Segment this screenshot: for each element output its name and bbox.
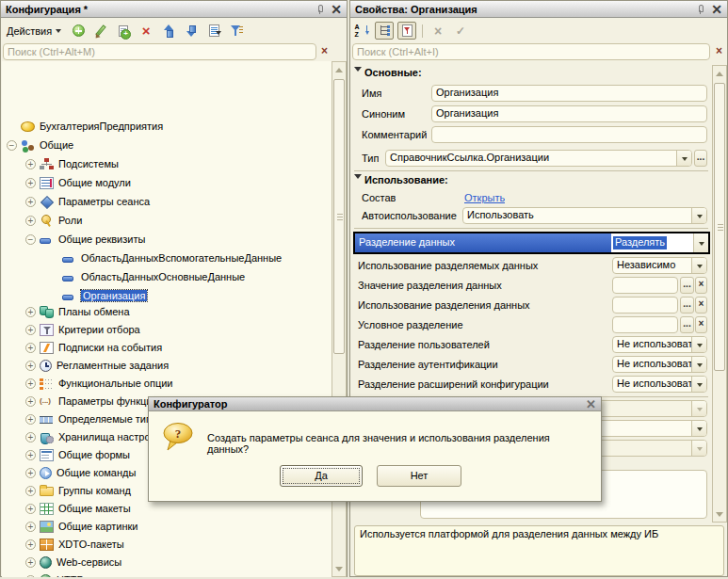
dialog-close-icon[interactable]: ✕ — [586, 399, 596, 410]
dropdown-icon[interactable] — [691, 421, 706, 436]
no-button[interactable]: Нет — [377, 465, 461, 487]
filter-by-form-button[interactable] — [397, 22, 416, 40]
data-separation-combo[interactable]: Разделять — [611, 233, 708, 252]
dropdown-icon[interactable] — [693, 233, 708, 252]
expand-icon[interactable] — [25, 325, 36, 335]
dropdown-icon[interactable] — [676, 151, 691, 166]
apply-button[interactable]: ✓ — [451, 22, 470, 40]
expand-icon[interactable] — [25, 522, 36, 532]
dropdown-icon[interactable] — [691, 337, 706, 352]
content-open-link[interactable]: Открыть — [464, 192, 505, 203]
scroll-down-icon[interactable] — [714, 508, 725, 521]
section-basic[interactable]: Основные: — [354, 67, 422, 78]
ext-separation-combo[interactable]: Не использовать — [612, 376, 707, 393]
dropdown-icon[interactable] — [691, 208, 706, 223]
edit-button[interactable] — [91, 22, 110, 40]
tree-item-functional-options[interactable]: Функциональные опции — [2, 375, 332, 392]
tree-item-event-subscriptions[interactable]: Подписки на события — [2, 339, 332, 356]
auth-separation-combo[interactable]: Не использовать — [612, 356, 707, 373]
expand-icon[interactable] — [25, 307, 36, 317]
scroll-up-icon[interactable] — [714, 67, 725, 79]
separation-value-field[interactable] — [612, 277, 678, 294]
expand-icon[interactable] — [25, 216, 36, 226]
expand-icon[interactable] — [25, 468, 36, 478]
properties-scrollbar[interactable] — [712, 65, 727, 523]
close-icon[interactable]: ✕ — [331, 4, 342, 15]
categories-button[interactable] — [375, 22, 394, 40]
expand-icon[interactable] — [25, 575, 36, 578]
separation-use-more-button[interactable]: ... — [680, 297, 694, 314]
tree-item-data-area-main[interactable]: ОбластьДанныхОсновныеДанные — [2, 268, 332, 285]
tree-item-data-area-aux[interactable]: ОбластьДанныхВспомогательныеДанные — [2, 249, 332, 266]
pin-icon[interactable] — [317, 5, 322, 14]
pin-icon[interactable] — [698, 5, 703, 14]
collapse-icon[interactable] — [7, 140, 17, 151]
synonym-field[interactable]: Организация — [431, 105, 707, 122]
tree-item-organization[interactable]: Организация — [2, 287, 332, 304]
actions-menu-button[interactable]: Действия — [3, 24, 65, 39]
close-icon[interactable]: ✕ — [711, 4, 722, 15]
separation-value-clear-button[interactable]: × — [695, 277, 707, 294]
properties-titlebar[interactable]: Свойства: Организация ✕ — [350, 1, 727, 18]
search-input[interactable] — [3, 43, 316, 60]
add-button[interactable] — [69, 22, 88, 40]
tree-item-session-parameters[interactable]: Параметры сеанса — [2, 193, 332, 210]
conditional-separation-clear-button[interactable]: × — [695, 316, 707, 333]
configuration-titlebar[interactable]: Конфигурация * ✕ — [1, 1, 347, 18]
user-separation-combo[interactable]: Не использовать — [612, 336, 707, 353]
tree-item-http-services[interactable]: HTTP-сервисы — [2, 571, 332, 577]
tree-item-common-modules[interactable]: Общие модули — [2, 174, 332, 191]
dialog-titlebar[interactable]: Конфигуратор ✕ — [149, 397, 601, 411]
expand-icon[interactable] — [25, 486, 36, 496]
expand-icon[interactable] — [25, 361, 36, 371]
expand-icon[interactable] — [25, 197, 36, 207]
tree-item-filter-criteria[interactable]: Критерии отбора — [2, 321, 332, 338]
tree-item-common[interactable]: Общие — [2, 137, 332, 153]
tree-item-scheduled-jobs[interactable]: Регламентные задания — [2, 357, 332, 374]
yes-button[interactable]: Да — [280, 465, 363, 487]
sort-list-button[interactable] — [204, 22, 223, 40]
type-combo[interactable]: СправочникСсылка.Организации — [385, 150, 692, 167]
search-clear-icon[interactable]: × — [317, 43, 332, 60]
move-down-button[interactable] — [182, 22, 201, 40]
tree-item-configuration-root[interactable]: БухгалтерияПредприятия — [2, 118, 332, 135]
tree-item-xdto-packages[interactable]: XDTO-пакеты — [2, 536, 332, 553]
name-field[interactable]: Организация — [431, 85, 707, 102]
tree-item-common-pictures[interactable]: Общие картинки — [2, 518, 332, 535]
tree-item-common-templates[interactable]: Общие макеты — [2, 500, 332, 517]
tree-item-subsystems[interactable]: Подсистемы — [2, 155, 332, 172]
dropdown-icon[interactable] — [691, 377, 706, 392]
separation-use-field[interactable] — [612, 297, 678, 314]
copy-add-button[interactable] — [114, 22, 133, 40]
expand-icon[interactable] — [25, 343, 36, 353]
separation-use-clear-button[interactable]: × — [695, 297, 707, 314]
conditional-separation-field[interactable] — [612, 316, 678, 333]
expand-icon[interactable] — [25, 378, 36, 389]
conditional-separation-more-button[interactable]: ... — [680, 316, 694, 333]
data-separation-row-focused[interactable]: Разделение данных Разделять — [353, 232, 710, 254]
expand-icon[interactable] — [25, 450, 36, 460]
scroll-up-icon[interactable] — [333, 63, 345, 75]
expand-icon[interactable] — [25, 414, 36, 425]
comment-field[interactable] — [431, 126, 707, 143]
tree-item-common-attributes[interactable]: Общие реквизиты — [2, 231, 332, 248]
section-usage[interactable]: Использование: — [354, 174, 448, 185]
filter-button[interactable] — [227, 22, 246, 40]
properties-search-input[interactable] — [352, 43, 710, 60]
delete-button[interactable]: × — [137, 22, 155, 40]
scrollbar-thumb[interactable] — [333, 79, 345, 354]
move-up-button[interactable] — [159, 22, 178, 40]
expand-icon[interactable] — [25, 432, 36, 442]
tree-item-web-services[interactable]: Web-сервисы — [2, 554, 332, 571]
expand-icon[interactable] — [25, 504, 36, 514]
dropdown-icon[interactable] — [691, 258, 706, 273]
expand-icon[interactable] — [25, 178, 36, 188]
scrollbar-thumb[interactable] — [714, 83, 725, 371]
type-more-button[interactable]: ... — [694, 150, 707, 167]
sort-alphabetical-button[interactable]: AZ — [352, 22, 371, 40]
expand-icon[interactable] — [25, 159, 36, 169]
expand-icon[interactable] — [25, 396, 36, 407]
tree-item-exchange-plans[interactable]: Планы обмена — [2, 303, 332, 320]
collapse-icon[interactable] — [25, 234, 36, 245]
expand-icon[interactable] — [25, 557, 36, 568]
